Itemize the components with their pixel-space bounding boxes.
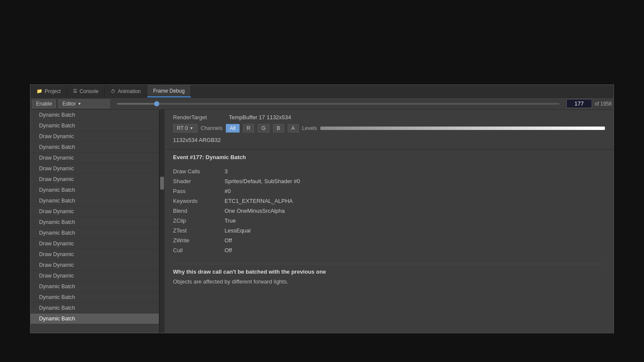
property-row: Pass#0 [173, 186, 605, 196]
list-item[interactable]: Dynamic Batch [30, 303, 159, 314]
list-item[interactable]: Draw Dynamic [30, 260, 159, 271]
property-value: LessEqual [225, 227, 251, 234]
animation-icon: ⏱ [111, 89, 115, 94]
channel-r-button[interactable]: R [243, 124, 255, 133]
console-icon: ☰ [73, 88, 77, 94]
channel-b-button[interactable]: B [273, 124, 284, 133]
property-row: ZTestLessEqual [173, 226, 605, 235]
frame-slider[interactable] [117, 103, 559, 105]
property-name: Blend [173, 208, 225, 214]
levels-label: Levels [302, 125, 317, 131]
list-item[interactable]: Draw Dynamic [30, 206, 159, 217]
batch-warning-desc: Objects are affected by different forwar… [173, 278, 605, 285]
channel-a-button[interactable]: A [288, 124, 299, 133]
render-target-label: RenderTarget [173, 114, 220, 121]
frame-number-input[interactable] [566, 99, 592, 108]
frame-total-label: of 1958 [595, 101, 612, 107]
list-item[interactable]: Dynamic Batch [30, 142, 159, 153]
property-row: ZClipTrue [173, 216, 605, 226]
property-value: Sprites/Default, SubShader #0 [225, 178, 300, 184]
frame-slider-container [112, 103, 564, 105]
property-row: BlendOne OneMinusSrcAlpha [173, 206, 605, 216]
tab-console-label: Console [79, 88, 98, 94]
list-item[interactable]: Dynamic Batch [30, 185, 159, 196]
list-item[interactable]: Dynamic Batch [30, 292, 159, 303]
list-item[interactable]: Dynamic Batch [30, 196, 159, 206]
render-target-value: TempBuffer 17 1132x534 [229, 114, 291, 121]
tab-console[interactable]: ☰ Console [67, 85, 105, 97]
resolution-text: 1132x534 ARGB32 [173, 135, 605, 145]
levels-slider[interactable] [320, 127, 605, 130]
property-name: ZTest [173, 227, 225, 234]
rt-chevron-icon: ▼ [190, 126, 194, 130]
channel-g-button[interactable]: G [258, 124, 269, 133]
channels-label: Channels [201, 125, 223, 131]
event-list[interactable]: Dynamic BatchDynamic BatchDraw DynamicDy… [30, 110, 159, 333]
scrollbar[interactable] [159, 110, 164, 333]
property-name: Keywords [173, 198, 225, 204]
chevron-down-icon: ▼ [78, 102, 82, 106]
tab-animation[interactable]: ⏱ Animation [105, 85, 147, 97]
list-item[interactable]: Draw Dynamic [30, 238, 159, 249]
property-name: ZWrite [173, 237, 225, 244]
list-item[interactable]: Dynamic Batch [30, 121, 159, 131]
tab-frame-debug[interactable]: Frame Debug [147, 85, 191, 97]
property-row: Draw Calls3 [173, 166, 605, 176]
property-value: #0 [225, 188, 231, 194]
property-row: KeywordsETC1_EXTERNAL_ALPHA [173, 196, 605, 206]
tab-project-label: Project [45, 88, 61, 94]
event-details: Event #177: Dynamic Batch Draw Calls3Sha… [164, 150, 614, 289]
list-item[interactable]: Dynamic Batch [30, 314, 159, 324]
details-panel: RenderTarget TempBuffer 17 1132x534 RT 0… [164, 110, 614, 333]
property-row: ShaderSprites/Default, SubShader #0 [173, 176, 605, 186]
property-name: Pass [173, 188, 225, 194]
editor-dropdown-label: Editor [62, 101, 76, 107]
property-value: ETC1_EXTERNAL_ALPHA [225, 198, 293, 204]
property-name: ZClip [173, 217, 225, 224]
list-item[interactable]: Draw Dynamic [30, 271, 159, 281]
list-item[interactable]: Dynamic Batch [30, 217, 159, 228]
rt-dropdown-label: RT 0 [177, 125, 188, 131]
project-icon: 📁 [36, 88, 43, 94]
enable-button[interactable]: Enable [32, 100, 56, 108]
property-row: CullOff [173, 245, 605, 255]
toolbar: Enable Editor ▼ of 1958 [30, 98, 614, 110]
list-item[interactable]: Draw Dynamic [30, 174, 159, 185]
property-name: Shader [173, 178, 225, 184]
channel-all-button[interactable]: All [226, 124, 239, 133]
details-header: RenderTarget TempBuffer 17 1132x534 RT 0… [164, 110, 614, 150]
rt-dropdown[interactable]: RT 0 ▼ [173, 124, 197, 133]
properties-list: Draw Calls3ShaderSprites/Default, SubSha… [173, 166, 605, 255]
list-item[interactable]: Dynamic Batch [30, 228, 159, 238]
property-value: One OneMinusSrcAlpha [225, 208, 285, 214]
list-item[interactable]: Draw Dynamic [30, 163, 159, 174]
event-list-panel: Dynamic BatchDynamic BatchDraw DynamicDy… [30, 110, 159, 333]
property-name: Cull [173, 247, 225, 253]
property-value: Off [225, 247, 232, 253]
tab-animation-label: Animation [118, 88, 140, 94]
list-item[interactable]: Draw Dynamic [30, 153, 159, 163]
list-item[interactable]: Dynamic Batch [30, 281, 159, 292]
list-item[interactable]: Dynamic Batch [30, 110, 159, 121]
property-value: 3 [225, 168, 228, 175]
property-name: Draw Calls [173, 168, 225, 175]
event-title: Event #177: Dynamic Batch [173, 154, 605, 160]
property-value: True [225, 217, 236, 224]
list-item[interactable]: Draw Dynamic [30, 249, 159, 260]
property-row: ZWriteOff [173, 235, 605, 245]
tab-bar: 📁 Project ☰ Console ⏱ Animation Frame De… [30, 85, 614, 98]
property-value: Off [225, 237, 232, 244]
content-area: Dynamic BatchDynamic BatchDraw DynamicDy… [30, 110, 614, 333]
tab-project[interactable]: 📁 Project [30, 85, 67, 97]
editor-dropdown[interactable]: Editor ▼ [58, 100, 110, 108]
tab-frame-debug-label: Frame Debug [153, 88, 185, 94]
list-item[interactable]: Draw Dynamic [30, 131, 159, 142]
batch-warning-title: Why this draw call can't be batched with… [173, 268, 605, 275]
batch-warning: Why this draw call can't be batched with… [173, 264, 605, 285]
